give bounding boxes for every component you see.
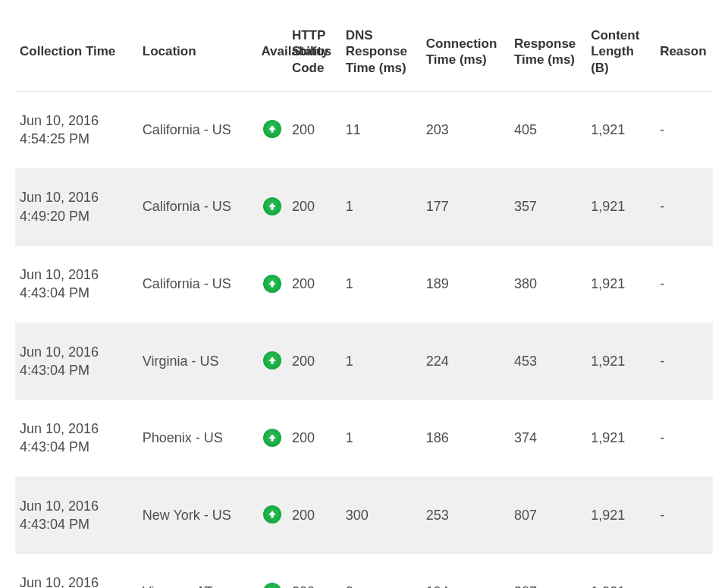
cell-conn-time: 189 [422, 245, 510, 322]
cell-content-len: 1,921 [586, 554, 655, 588]
cell-http-status: 200 [287, 91, 341, 168]
cell-reason: - [655, 168, 713, 246]
cell-content-len: 1,921 [586, 400, 655, 477]
table-header-row: Collection Time Location Availability HT… [15, 14, 713, 91]
cell-location: New York - US [138, 476, 257, 554]
cell-content-len: 1,921 [586, 476, 655, 554]
cell-resp-time: 807 [510, 476, 586, 554]
cell-reason: - [655, 245, 713, 322]
cell-http-status: 200 [287, 322, 341, 400]
cell-location: Phoenix - US [138, 400, 257, 477]
cell-dns-time: 300 [341, 476, 422, 554]
availability-up-icon [263, 351, 281, 369]
cell-time-line1: Jun 10, 2016 [20, 267, 99, 282]
table-row[interactable]: Jun 10, 2016 4:43:04 PM California - US … [15, 245, 713, 322]
cell-collection-time: Jun 10, 2016 4:43:04 PM [15, 245, 138, 322]
cell-reason: - [655, 322, 713, 400]
cell-availability [256, 322, 287, 400]
col-header-http-status[interactable]: HTTP Status Code [287, 14, 341, 91]
table-row[interactable]: Jun 10, 2016 4:54:25 PM California - US … [15, 91, 713, 168]
cell-location: California - US [138, 91, 257, 168]
cell-dns-time: 11 [341, 91, 422, 168]
cell-time-line1: Jun 10, 2016 [20, 498, 99, 514]
cell-collection-time: Jun 10, 2016 4:43:04 PM [15, 400, 138, 477]
cell-dns-time: 1 [341, 322, 422, 400]
cell-time-line1: Jun 10, 2016 [20, 344, 99, 360]
col-header-content-len[interactable]: Content Length (B) [586, 14, 655, 91]
availability-up-icon [263, 197, 281, 215]
cell-reason: - [655, 476, 713, 554]
cell-time-line2: 4:43:04 PM [20, 363, 89, 378]
monitoring-log-table: Collection Time Location Availability HT… [15, 14, 713, 588]
cell-resp-time: 387 [510, 554, 586, 588]
cell-resp-time: 453 [510, 322, 586, 400]
col-header-availability[interactable]: Availability [256, 14, 287, 91]
table-row[interactable]: Jun 10, 2016 4:43:04 PM New York - US 20… [15, 476, 713, 554]
cell-availability [256, 91, 287, 168]
availability-up-icon [263, 120, 281, 138]
cell-content-len: 1,921 [586, 91, 655, 168]
cell-content-len: 1,921 [586, 245, 655, 322]
col-header-location[interactable]: Location [138, 14, 257, 91]
table-row[interactable]: Jun 10, 2016 4:43:04 PM Phoenix - US 200… [15, 400, 713, 477]
cell-dns-time: 1 [341, 168, 422, 246]
cell-time-line2: 4:43:04 PM [20, 285, 89, 300]
cell-resp-time: 405 [510, 91, 586, 168]
cell-collection-time: Jun 10, 2016 4:43:04 PM [15, 322, 138, 400]
cell-time-line1: Jun 10, 2016 [20, 421, 99, 436]
cell-reason: - [655, 91, 713, 168]
cell-location: California - US [138, 245, 257, 322]
cell-availability [256, 554, 287, 588]
cell-time-line2: 4:43:04 PM [20, 517, 89, 532]
cell-collection-time: Jun 10, 2016 4:49:20 PM [15, 168, 138, 246]
col-header-resp-time[interactable]: Response Time (ms) [510, 14, 586, 91]
col-header-dns-time[interactable]: DNS Response Time (ms) [341, 14, 422, 91]
cell-time-line2: 4:54:25 PM [20, 131, 89, 146]
cell-collection-time: Jun 10, 2016 4:43:04 PM [15, 554, 138, 588]
cell-http-status: 200 [287, 554, 341, 588]
table-row[interactable]: Jun 10, 2016 4:43:04 PM Vienna - AT 200 … [15, 554, 713, 588]
cell-resp-time: 380 [510, 245, 586, 322]
cell-collection-time: Jun 10, 2016 4:54:25 PM [15, 91, 138, 168]
cell-conn-time: 194 [422, 554, 510, 588]
table-row[interactable]: Jun 10, 2016 4:43:04 PM Virginia - US 20… [15, 322, 713, 400]
cell-availability [256, 476, 287, 554]
cell-availability [256, 168, 287, 246]
availability-up-icon [263, 275, 281, 293]
availability-up-icon [263, 583, 281, 588]
cell-conn-time: 253 [422, 476, 510, 554]
cell-dns-time: 1 [341, 400, 422, 477]
cell-resp-time: 374 [510, 400, 586, 477]
cell-conn-time: 224 [422, 322, 510, 400]
cell-collection-time: Jun 10, 2016 4:43:04 PM [15, 476, 138, 554]
availability-up-icon [263, 429, 281, 447]
col-header-reason[interactable]: Reason [655, 14, 713, 91]
cell-time-line1: Jun 10, 2016 [20, 190, 99, 205]
cell-conn-time: 186 [422, 400, 510, 477]
cell-location: Virginia - US [138, 322, 257, 400]
cell-http-status: 200 [287, 476, 341, 554]
availability-up-icon [263, 505, 281, 524]
cell-reason: - [655, 400, 713, 477]
cell-http-status: 200 [287, 168, 341, 246]
cell-availability [256, 400, 287, 477]
cell-time-line1: Jun 10, 2016 [20, 113, 99, 128]
col-header-conn-time[interactable]: Connection Time (ms) [422, 14, 510, 91]
cell-conn-time: 203 [422, 91, 510, 168]
cell-reason: - [655, 554, 713, 588]
cell-time-line1: Jun 10, 2016 [20, 575, 99, 588]
cell-content-len: 1,921 [586, 168, 655, 246]
cell-resp-time: 357 [510, 168, 586, 246]
cell-time-line2: 4:43:04 PM [20, 439, 89, 454]
cell-availability [256, 245, 287, 322]
cell-dns-time: 1 [341, 245, 422, 322]
cell-time-line2: 4:49:20 PM [20, 209, 89, 224]
cell-conn-time: 177 [422, 168, 510, 246]
cell-content-len: 1,921 [586, 322, 655, 400]
table-row[interactable]: Jun 10, 2016 4:49:20 PM California - US … [15, 168, 713, 246]
cell-dns-time: 2 [341, 554, 422, 588]
cell-http-status: 200 [287, 245, 341, 322]
col-header-collection-time[interactable]: Collection Time [15, 14, 138, 91]
cell-http-status: 200 [287, 400, 341, 477]
cell-location: California - US [138, 168, 257, 246]
